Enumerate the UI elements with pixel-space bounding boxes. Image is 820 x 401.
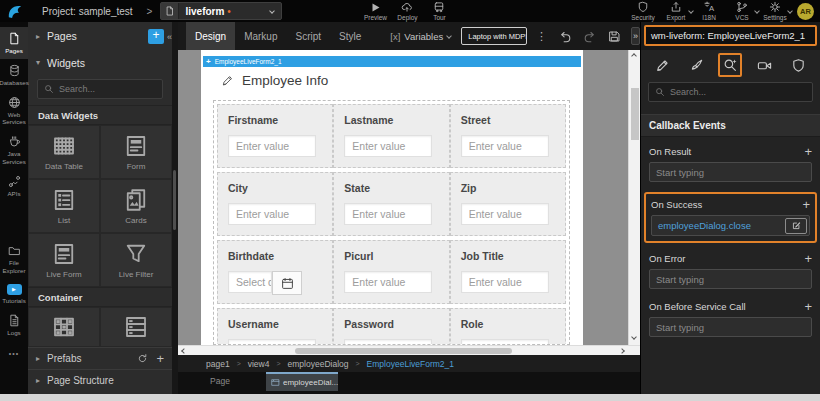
city-input[interactable]: [228, 203, 316, 225]
security-button[interactable]: Security: [628, 2, 658, 21]
collapse-left-panel-button[interactable]: «: [167, 32, 172, 42]
undo-button[interactable]: [558, 29, 572, 43]
pages-section-header[interactable]: ▸ Pages +: [28, 22, 172, 50]
widgets-section-header[interactable]: ▾ Widgets: [28, 50, 172, 75]
field-password[interactable]: Password: [333, 308, 449, 345]
calendar-button[interactable]: [272, 271, 302, 295]
tab-device-icon[interactable]: [752, 53, 776, 77]
tab-events-icon[interactable]: [718, 53, 742, 77]
lastname-input[interactable]: [344, 135, 432, 157]
breadcrumb-page1[interactable]: page1: [206, 359, 230, 369]
rail-item-web-services[interactable]: Web Services: [0, 91, 28, 131]
tour-button[interactable]: Tour: [424, 2, 454, 21]
refresh-icon[interactable]: [137, 353, 148, 364]
rail-item-logs[interactable]: Logs: [0, 309, 28, 341]
add-on-success-action-button[interactable]: +: [802, 198, 810, 211]
tab-style[interactable]: Style: [330, 22, 370, 50]
breadcrumb-view4[interactable]: view4: [248, 359, 270, 369]
tab-employee-dialog[interactable]: employeeDial...: [266, 372, 338, 391]
widget-card-layout-rows[interactable]: [100, 307, 172, 347]
page-selector-dropdown[interactable]: liveform •: [160, 2, 282, 20]
rail-item-tutorials[interactable]: ▶ Tutorials: [0, 279, 28, 309]
widget-card-live-form[interactable]: Live Form: [28, 233, 100, 287]
widget-search-input[interactable]: Search...: [37, 79, 163, 99]
on-result-input[interactable]: [649, 162, 812, 182]
page-structure-section-header[interactable]: ▸ Page Structure: [28, 369, 172, 391]
user-avatar[interactable]: AR: [797, 3, 814, 20]
rail-item-java-services[interactable]: Java Services: [0, 130, 28, 170]
on-error-input[interactable]: [649, 269, 812, 289]
field-zip[interactable]: Zip: [450, 172, 566, 236]
rail-item-file-explorer[interactable]: File Explorer: [0, 239, 28, 279]
job-title-input[interactable]: [461, 271, 549, 293]
firstname-input[interactable]: [228, 135, 316, 157]
tab-script[interactable]: Script: [287, 22, 331, 50]
widget-card-data-table[interactable]: Data Table: [28, 125, 100, 179]
wavemaker-logo-icon[interactable]: [0, 2, 30, 20]
rail-more-button[interactable]: •••: [0, 350, 28, 357]
street-input[interactable]: [461, 135, 549, 157]
tab-markup[interactable]: Markup: [235, 22, 286, 50]
field-job-title[interactable]: Job Title: [450, 240, 566, 304]
field-username[interactable]: Username: [217, 308, 333, 345]
breadcrumb-current[interactable]: EmployeeLiveForm2_1: [367, 359, 454, 369]
tab-properties-pencil-icon[interactable]: [651, 53, 675, 77]
field-birthdate[interactable]: Birthdate: [217, 240, 333, 304]
variables-button[interactable]: [x] Variables: [390, 31, 451, 42]
scrollbar-thumb[interactable]: [631, 88, 639, 140]
settings-button[interactable]: Settings: [760, 2, 790, 21]
redo-button[interactable]: [583, 29, 597, 43]
scrollbar-thumb[interactable]: [295, 348, 512, 354]
widget-card-live-filter[interactable]: Live Filter: [100, 233, 172, 287]
widget-card-list[interactable]: List: [28, 179, 100, 233]
add-on-result-action-button[interactable]: +: [804, 145, 812, 158]
zip-input[interactable]: [461, 203, 549, 225]
rail-item-pages[interactable]: Pages: [0, 27, 28, 59]
add-prefab-button[interactable]: +: [156, 351, 164, 366]
tab-design[interactable]: Design: [186, 22, 235, 50]
scroll-up-arrow[interactable]: [631, 53, 637, 59]
field-firstname[interactable]: Firstname: [217, 104, 333, 168]
field-lastname[interactable]: Lastname: [333, 104, 449, 168]
rail-item-databases[interactable]: Databases: [0, 59, 28, 91]
scroll-left-arrow[interactable]: [181, 348, 187, 354]
kebab-menu-button[interactable]: ⋮: [536, 30, 547, 43]
selected-widget-bar[interactable]: + EmployeeLiveForm2_1: [203, 56, 581, 67]
add-on-error-action-button[interactable]: +: [804, 252, 812, 265]
save-button[interactable]: [608, 30, 621, 43]
preview-button[interactable]: Preview: [360, 2, 390, 21]
left-panel-scrollbar[interactable]: [172, 22, 178, 394]
field-street[interactable]: Street: [450, 104, 566, 168]
tab-security-shield-icon[interactable]: [786, 53, 810, 77]
field-state[interactable]: State: [333, 172, 449, 236]
scrollbar-thumb[interactable]: [173, 170, 176, 230]
canvas-horizontal-scrollbar[interactable]: [178, 345, 640, 355]
deploy-button[interactable]: Deploy: [392, 2, 422, 21]
widget-card-form[interactable]: Form: [100, 125, 172, 179]
widget-card-grid-layout[interactable]: [28, 307, 100, 347]
device-selector[interactable]: Laptop with MDPI Screen: [461, 27, 527, 45]
field-role[interactable]: Role: [450, 308, 566, 345]
tab-page[interactable]: Page: [192, 372, 248, 391]
scroll-right-arrow[interactable]: [619, 348, 625, 354]
edit-action-button[interactable]: [785, 218, 807, 234]
field-city[interactable]: City: [217, 172, 333, 236]
expand-panel-button[interactable]: »: [631, 27, 640, 45]
i18n-button[interactable]: I18N: [694, 2, 724, 21]
field-picurl[interactable]: Picurl: [333, 240, 449, 304]
on-before-service-call-input[interactable]: [649, 317, 812, 337]
state-input[interactable]: [344, 203, 432, 225]
rail-item-apis[interactable]: APIs: [0, 170, 28, 202]
scroll-down-arrow[interactable]: [631, 334, 637, 340]
on-success-action-link[interactable]: employeeDialog.close: [658, 220, 785, 231]
add-on-before-service-call-action-button[interactable]: +: [804, 300, 812, 313]
vcs-button[interactable]: VCS: [727, 2, 757, 21]
properties-search-input[interactable]: Search...: [648, 82, 813, 102]
prefabs-section-header[interactable]: ▸ Prefabs +: [28, 347, 172, 369]
page-canvas[interactable]: + EmployeeLiveForm2_1 Employee Info Firs…: [201, 50, 583, 345]
canvas-vertical-scrollbar[interactable]: [628, 50, 640, 345]
widget-card-cards[interactable]: Cards: [100, 179, 172, 233]
picurl-input[interactable]: [344, 271, 432, 293]
add-page-button[interactable]: +: [148, 29, 164, 44]
export-button[interactable]: Export: [661, 2, 691, 21]
